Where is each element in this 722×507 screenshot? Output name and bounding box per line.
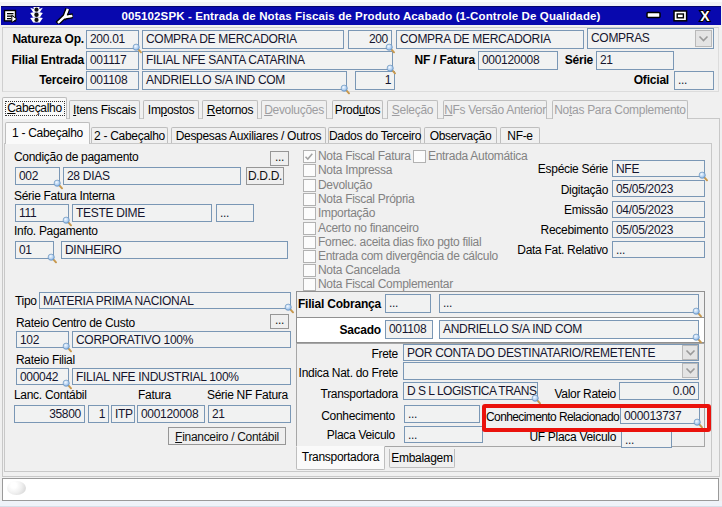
svg-text:X: X xyxy=(700,9,710,23)
